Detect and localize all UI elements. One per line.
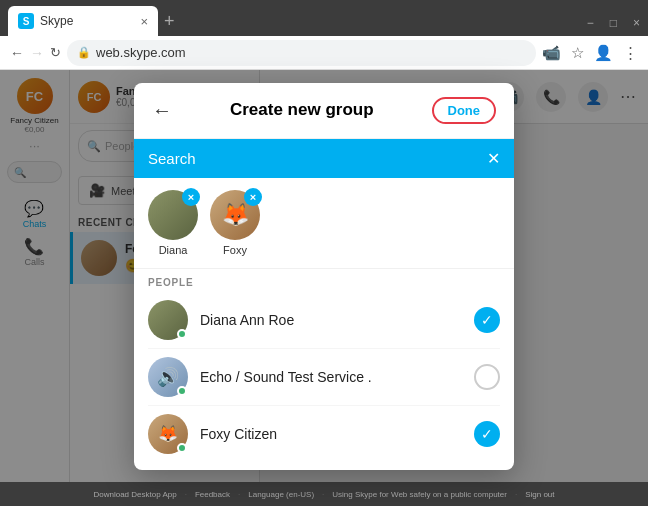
echo-check-empty[interactable] bbox=[474, 364, 500, 390]
contact-row-diana[interactable]: Diana Ann Roe ✓ bbox=[148, 292, 500, 349]
forward-button[interactable]: → bbox=[30, 45, 44, 61]
modal-search-bar[interactable]: Search ✕ bbox=[134, 139, 514, 178]
app-area: FC Fancy Citizen €0,00 ··· 🔍 💬 Chats 📞 C… bbox=[0, 70, 648, 482]
footer-language[interactable]: Language (en-US) bbox=[248, 490, 314, 499]
selected-contact-foxy: 🦊 × Foxy bbox=[210, 190, 260, 256]
lock-icon: 🔒 bbox=[77, 46, 91, 59]
echo-contact-name: Echo / Sound Test Service . bbox=[200, 369, 462, 385]
address-bar: ← → ↻ 🔒 web.skype.com 📹 ☆ 👤 ⋮ bbox=[0, 36, 648, 70]
footer-dot-4: · bbox=[515, 490, 517, 499]
footer-dot-1: · bbox=[185, 490, 187, 499]
people-label: PEOPLE bbox=[148, 277, 500, 288]
modal-overlay: ← Create new group Done Search ✕ × Diana bbox=[0, 70, 648, 482]
bookmark-icon[interactable]: ☆ bbox=[571, 44, 584, 62]
diana-check-filled[interactable]: ✓ bbox=[474, 307, 500, 333]
diana-remove-badge[interactable]: × bbox=[182, 188, 200, 206]
echo-online-dot bbox=[177, 386, 187, 396]
modal-header: ← Create new group Done bbox=[134, 83, 514, 139]
maximize-button[interactable]: □ bbox=[610, 16, 617, 30]
footer-feedback[interactable]: Feedback bbox=[195, 490, 230, 499]
foxy-selected-name: Foxy bbox=[223, 244, 247, 256]
footer-signout[interactable]: Sign out bbox=[525, 490, 554, 499]
selected-contacts-area: × Diana 🦊 × Foxy bbox=[134, 178, 514, 269]
diana-selected-avatar-wrap: × bbox=[148, 190, 198, 240]
tab-title: Skype bbox=[40, 14, 73, 28]
modal-back-button[interactable]: ← bbox=[152, 99, 172, 122]
foxy-selected-avatar-wrap: 🦊 × bbox=[210, 190, 260, 240]
selected-contact-diana: × Diana bbox=[148, 190, 198, 256]
diana-selected-name: Diana bbox=[159, 244, 188, 256]
modal-done-button[interactable]: Done bbox=[432, 97, 497, 124]
profile-icon[interactable]: 👤 bbox=[594, 44, 613, 62]
diana-contact-name: Diana Ann Roe bbox=[200, 312, 462, 328]
echo-contact-avatar: 🔊 bbox=[148, 357, 188, 397]
tab-close-icon[interactable]: × bbox=[140, 14, 148, 29]
tab-favicon: S bbox=[18, 13, 34, 29]
new-tab-button[interactable]: + bbox=[164, 11, 175, 32]
foxy-contact-name: Foxy Citizen bbox=[200, 426, 462, 442]
back-button[interactable]: ← bbox=[10, 45, 24, 61]
window-close-button[interactable]: × bbox=[633, 16, 640, 30]
footer-safe-use[interactable]: Using Skype for Web safely on a public c… bbox=[332, 490, 507, 499]
browser-chrome: S Skype × + − □ × bbox=[0, 0, 648, 36]
modal-search-label: Search bbox=[148, 150, 196, 167]
video-cam-icon[interactable]: 📹 bbox=[542, 44, 561, 62]
footer: Download Desktop App · Feedback · Langua… bbox=[0, 482, 648, 506]
people-section: PEOPLE Diana Ann Roe ✓ 🔊 Echo / Sound Te bbox=[134, 269, 514, 470]
minimize-button[interactable]: − bbox=[587, 16, 594, 30]
window-controls: − □ × bbox=[587, 16, 640, 30]
footer-dot-2: · bbox=[238, 490, 240, 499]
foxy-remove-badge[interactable]: × bbox=[244, 188, 262, 206]
refresh-button[interactable]: ↻ bbox=[50, 45, 61, 60]
modal-search-close-icon[interactable]: ✕ bbox=[487, 149, 500, 168]
create-group-modal: ← Create new group Done Search ✕ × Diana bbox=[134, 83, 514, 470]
foxy-contact-avatar: 🦊 bbox=[148, 414, 188, 454]
contact-row-foxy[interactable]: 🦊 Foxy Citizen ✓ bbox=[148, 406, 500, 462]
url-bar[interactable]: 🔒 web.skype.com bbox=[67, 40, 536, 66]
modal-title: Create new group bbox=[172, 100, 432, 120]
foxy-check-filled[interactable]: ✓ bbox=[474, 421, 500, 447]
browser-tab[interactable]: S Skype × bbox=[8, 6, 158, 36]
menu-dots-icon[interactable]: ⋮ bbox=[623, 44, 638, 62]
footer-download[interactable]: Download Desktop App bbox=[93, 490, 176, 499]
contact-row-echo[interactable]: 🔊 Echo / Sound Test Service . bbox=[148, 349, 500, 406]
footer-dot-3: · bbox=[322, 490, 324, 499]
diana-online-dot bbox=[177, 329, 187, 339]
url-text: web.skype.com bbox=[96, 45, 186, 60]
address-bar-icons: 📹 ☆ 👤 ⋮ bbox=[542, 44, 638, 62]
diana-contact-avatar bbox=[148, 300, 188, 340]
foxy-online-dot bbox=[177, 443, 187, 453]
